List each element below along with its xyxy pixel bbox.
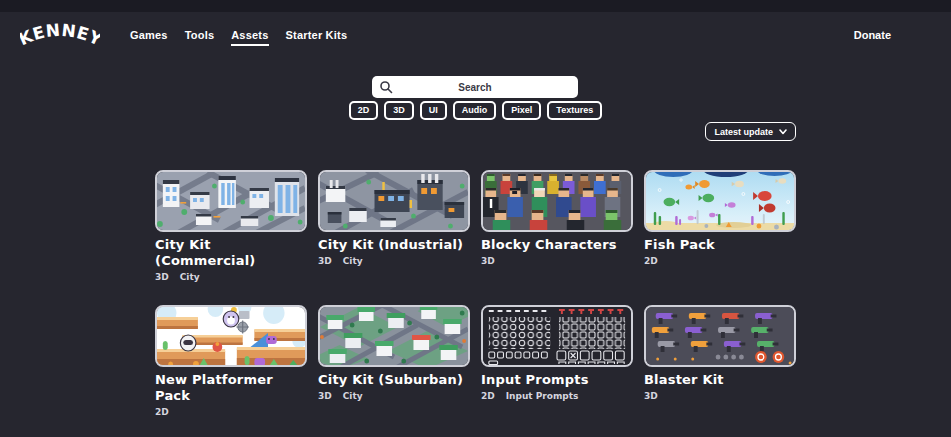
asset-thumbnail[interactable] bbox=[644, 305, 796, 367]
asset-tags: 2D bbox=[644, 256, 796, 266]
tag: 2D bbox=[644, 256, 658, 266]
search-bar bbox=[372, 76, 578, 98]
asset-thumbnail[interactable] bbox=[481, 170, 633, 232]
asset-grid: City Kit (Commercial) 3D City bbox=[155, 170, 796, 437]
asset-title: City Kit (Suburban) bbox=[318, 372, 470, 388]
asset-tags: 3D City bbox=[318, 391, 470, 401]
asset-tags: 3D bbox=[644, 391, 796, 401]
tag: 2D bbox=[481, 391, 495, 401]
kenney-assets-page: { "header": { "logo_text": "KENNEY", "na… bbox=[0, 0, 951, 437]
tag: City bbox=[343, 256, 363, 266]
city-industrial-thumbnail bbox=[320, 172, 468, 230]
nav-item-tools[interactable]: Tools bbox=[185, 29, 215, 44]
tag: 3D bbox=[644, 391, 658, 401]
asset-card[interactable]: Blocky Characters 3D bbox=[481, 170, 633, 282]
filter-audio[interactable]: Audio bbox=[453, 101, 497, 120]
tag: 2D bbox=[155, 407, 169, 417]
filter-bar: 2D 3D UI Audio Pixel Textures bbox=[0, 101, 951, 120]
asset-card[interactable]: New Platformer Pack 2D bbox=[155, 305, 307, 417]
asset-title: New Platformer Pack bbox=[155, 372, 307, 404]
tag: 3D bbox=[318, 256, 332, 266]
nav-item-games[interactable]: Games bbox=[130, 29, 168, 44]
asset-title: Blocky Characters bbox=[481, 237, 633, 253]
search-input[interactable] bbox=[372, 76, 578, 98]
tag: City bbox=[343, 391, 363, 401]
asset-thumbnail[interactable] bbox=[155, 170, 307, 232]
asset-title: City Kit (Commercial) bbox=[155, 237, 307, 269]
tag: 3D bbox=[318, 391, 332, 401]
blocky-characters-thumbnail bbox=[483, 172, 631, 230]
city-commercial-thumbnail bbox=[157, 172, 305, 230]
filter-3d[interactable]: 3D bbox=[384, 101, 414, 120]
asset-thumbnail[interactable] bbox=[644, 170, 796, 232]
asset-card[interactable]: Blaster Kit 3D bbox=[644, 305, 796, 417]
asset-tags: 3D City bbox=[318, 256, 470, 266]
kenney-logo[interactable]: KENNEY bbox=[20, 12, 100, 56]
search-icon bbox=[379, 80, 393, 94]
top-strip bbox=[0, 0, 951, 12]
nav-item-starter-kits[interactable]: Starter Kits bbox=[286, 29, 348, 44]
filter-textures[interactable]: Textures bbox=[547, 101, 602, 120]
asset-title: Input Prompts bbox=[481, 372, 633, 388]
nav-item-assets[interactable]: Assets bbox=[231, 29, 268, 46]
tag: City bbox=[180, 272, 200, 282]
asset-card[interactable]: City Kit (Commercial) 3D City bbox=[155, 170, 307, 282]
filter-pixel[interactable]: Pixel bbox=[502, 101, 541, 120]
asset-thumbnail[interactable] bbox=[318, 305, 470, 367]
asset-thumbnail[interactable] bbox=[481, 305, 633, 367]
filter-2d[interactable]: 2D bbox=[349, 101, 379, 120]
blaster-kit-thumbnail bbox=[646, 307, 794, 365]
asset-tags: 3D bbox=[481, 256, 633, 266]
city-suburban-thumbnail bbox=[320, 307, 468, 365]
asset-title: Fish Pack bbox=[644, 237, 796, 253]
chevron-down-icon bbox=[779, 129, 787, 135]
tag: 3D bbox=[481, 256, 495, 266]
input-prompts-thumbnail bbox=[483, 307, 631, 365]
asset-tags: 3D City bbox=[155, 272, 307, 282]
asset-title: Blaster Kit bbox=[644, 372, 796, 388]
fish-pack-thumbnail bbox=[646, 172, 794, 230]
logo-text: KENNEY bbox=[20, 20, 100, 50]
main-nav: Games Tools Assets Starter Kits bbox=[130, 29, 347, 46]
asset-thumbnail[interactable] bbox=[155, 305, 307, 367]
asset-tags: 2D Input Prompts bbox=[481, 391, 633, 401]
asset-card[interactable]: City Kit (Suburban) 3D City bbox=[318, 305, 470, 417]
svg-text:KENNEY: KENNEY bbox=[20, 20, 100, 50]
asset-title: City Kit (Industrial) bbox=[318, 237, 470, 253]
asset-card[interactable]: Fish Pack 2D bbox=[644, 170, 796, 282]
donate-link[interactable]: Donate bbox=[854, 29, 891, 41]
asset-thumbnail[interactable] bbox=[318, 170, 470, 232]
tag: 3D bbox=[155, 272, 169, 282]
asset-tags: 2D bbox=[155, 407, 307, 417]
sort-label: Latest update bbox=[714, 127, 773, 137]
asset-card[interactable]: City Kit (Industrial) 3D City bbox=[318, 170, 470, 282]
filter-ui[interactable]: UI bbox=[420, 101, 447, 120]
kenney-logo-wordmark: KENNEY bbox=[20, 12, 100, 56]
platformer-pack-thumbnail bbox=[157, 307, 305, 365]
asset-card[interactable]: Input Prompts 2D Input Prompts bbox=[481, 305, 633, 417]
sort-dropdown[interactable]: Latest update bbox=[705, 122, 796, 141]
tag: Input Prompts bbox=[506, 391, 579, 401]
